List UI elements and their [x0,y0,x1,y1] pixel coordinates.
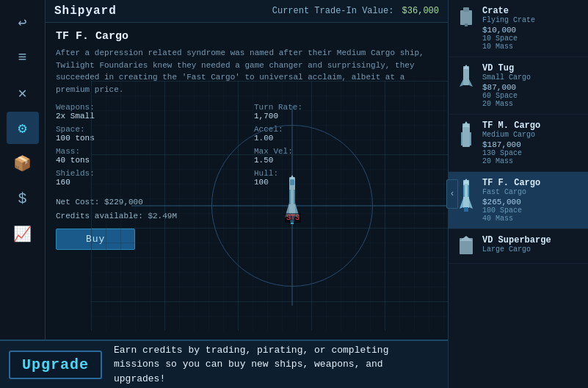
ship-item-stats: 130 Space 20 Mass [482,149,581,165]
sidebar-tools-btn[interactable]: ✕ [7,76,39,109]
ship-item-name: Crate [482,6,581,16]
ship-item-stats: 10 Space 10 Mass [482,35,581,51]
ship-item-info: TF M. CargoMedium Cargo$187,000130 Space… [482,121,581,165]
ship-viewport: STS [91,81,493,331]
svg-marker-27 [469,198,473,209]
svg-marker-17 [469,79,473,87]
sts-label: STS [285,213,301,223]
main-panel: Shipyard Current Trade-In Value: $36,000… [46,0,448,388]
ship-item-name: VD Superbarge [482,235,581,245]
svg-rect-20 [461,132,462,146]
tip-text: Earn credits by trading, pirating, or co… [114,343,439,387]
page-title: Shipyard [54,4,117,18]
dollar-icon: $ [18,190,26,207]
ship-item-price: $10,000 [482,26,581,35]
sidebar: ↩ ≡ ✕ ⚙ 📦 $ 📈 [0,0,46,388]
ship-thumbnail [456,235,476,257]
svg-rect-9 [289,190,291,204]
svg-rect-28 [464,207,468,212]
svg-rect-11 [460,10,472,25]
ship-item-name: TF F. Cargo [482,178,581,188]
svg-rect-8 [290,179,294,185]
svg-rect-24 [463,185,465,197]
cargo-icon: 📦 [13,154,32,173]
helm-icon: ⚙ [18,119,26,137]
collapse-arrow[interactable]: ‹ [446,179,458,209]
ship-list-item[interactable]: VD SuperbargeLarge Cargo [449,229,588,264]
sidebar-nav-btn[interactable]: ⚙ [7,112,39,144]
svg-marker-16 [460,79,463,87]
ship-list-panel: CrateFlying Crate$10,00010 Space 10 Mass… [448,0,588,388]
ship-item-type: Fast Cargo [482,188,581,196]
svg-rect-12 [463,7,469,12]
ship-item-name: TF M. Cargo [482,121,581,131]
svg-rect-10 [294,190,295,204]
svg-marker-26 [460,198,463,209]
ship-list-item[interactable]: TF M. CargoMedium Cargo$187,000130 Space… [449,115,588,172]
ship-item-info: TF F. CargoFast Cargo$265,000100 Space 4… [482,178,581,223]
ship-item-type: Large Cargo [482,245,581,254]
ship-thumbnail [456,63,476,90]
ship-thumbnail [456,178,476,215]
sidebar-credits-btn[interactable]: $ [7,182,39,215]
svg-rect-25 [468,185,469,197]
chart-icon: 📈 [13,225,32,243]
ship-item-info: CrateFlying Crate$10,00010 Space 10 Mass [482,6,581,51]
ship-list-item[interactable]: VD TugSmall Cargo$87,00060 Space 20 Mass [449,57,588,115]
upgrade-button[interactable]: Upgrade [9,351,102,379]
ship-sprite [282,173,302,232]
ship-item-info: VD TugSmall Cargo$87,00060 Space 20 Mass [482,63,581,108]
sidebar-news-btn[interactable]: ≡ [7,41,39,73]
ship-item-price: $87,000 [482,83,581,92]
tools-icon: ✕ [18,84,26,102]
ship-item-name: VD Tug [482,63,581,73]
svg-rect-13 [465,24,468,26]
ship-thumbnail [456,6,476,28]
ship-item-price: $265,000 [482,198,581,206]
svg-rect-21 [470,132,471,146]
sidebar-back-btn[interactable]: ↩ [7,6,39,38]
ship-item-type: Medium Cargo [482,131,581,139]
ship-name: TF F. Cargo [56,30,438,43]
ship-item-price: $187,000 [482,140,581,149]
ship-item-type: Flying Crate [482,16,581,24]
ship-thumbnail [456,121,476,151]
header: Shipyard Current Trade-In Value: $36,000 [46,0,448,23]
ship-item-info: VD SuperbargeLarge Cargo [482,235,581,255]
ship-list-item[interactable]: TF F. CargoFast Cargo$265,000100 Space 4… [449,172,588,229]
back-icon: ↩ [18,13,26,32]
ship-item-stats: 100 Space 40 Mass [482,206,581,223]
ship-item-stats: 60 Space 20 Mass [482,92,581,108]
bottom-bar: Upgrade Earn credits by trading, piratin… [0,340,448,388]
sidebar-chart-btn[interactable]: 📈 [7,218,39,250]
ship-item-type: Small Cargo [482,73,581,82]
sidebar-cargo-btn[interactable]: 📦 [7,147,39,179]
trade-value: Current Trade-In Value: $36,000 [272,6,439,16]
news-icon: ≡ [18,49,26,66]
ship-list-item[interactable]: CrateFlying Crate$10,00010 Space 10 Mass [449,0,588,57]
